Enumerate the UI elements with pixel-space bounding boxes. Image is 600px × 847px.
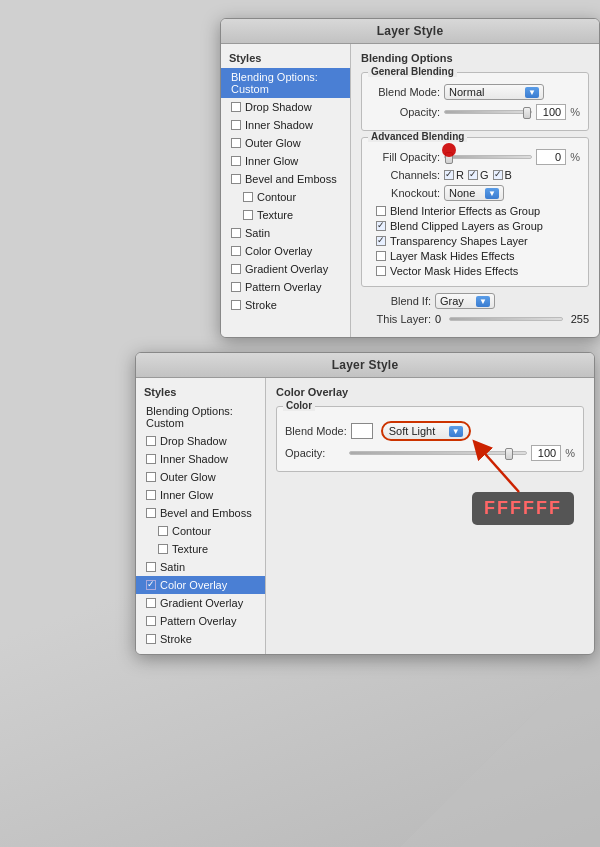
bottom-sidebar-inner-glow[interactable]: Inner Glow bbox=[136, 486, 265, 504]
opacity-value[interactable]: 100 bbox=[536, 104, 566, 120]
channel-r-label: R bbox=[456, 169, 464, 181]
vector-mask-hides-checkbox[interactable] bbox=[376, 266, 386, 276]
knockout-value: None bbox=[449, 187, 475, 199]
knockout-label: Knockout: bbox=[370, 187, 440, 199]
color-overlay-section-title: Color Overlay bbox=[276, 386, 584, 400]
bottom-sidebar-outer-glow[interactable]: Outer Glow bbox=[136, 468, 265, 486]
bottom-sidebar-inner-shadow[interactable]: Inner Shadow bbox=[136, 450, 265, 468]
sidebar-item-outer-glow[interactable]: Outer Glow bbox=[221, 134, 350, 152]
channel-g-check-icon: ✓ bbox=[469, 170, 477, 179]
b-gradient-overlay-checkbox[interactable] bbox=[146, 598, 156, 608]
bottom-sidebar-satin[interactable]: Satin bbox=[136, 558, 265, 576]
sidebar-item-stroke-top[interactable]: Stroke bbox=[221, 296, 350, 314]
b-gradient-overlay-label: Gradient Overlay bbox=[160, 597, 243, 609]
bottom-sidebar-bevel-emboss[interactable]: Bevel and Emboss bbox=[136, 504, 265, 522]
b-inner-glow-checkbox[interactable] bbox=[146, 490, 156, 500]
inner-shadow-checkbox[interactable] bbox=[231, 120, 241, 130]
sidebar-item-inner-shadow[interactable]: Inner Shadow bbox=[221, 116, 350, 134]
b-stroke-checkbox[interactable] bbox=[146, 634, 156, 644]
blend-interior-checkbox[interactable] bbox=[376, 206, 386, 216]
blend-mode-row: Blend Mode: Normal ▼ bbox=[370, 84, 580, 100]
sidebar-item-inner-glow[interactable]: Inner Glow bbox=[221, 152, 350, 170]
opacity-slider-thumb[interactable] bbox=[523, 107, 531, 119]
transparency-shapes-row: ✓ Transparency Shapes Layer bbox=[376, 235, 580, 247]
bottom-sidebar-drop-shadow[interactable]: Drop Shadow bbox=[136, 432, 265, 450]
channel-g-checkbox[interactable]: ✓ bbox=[468, 170, 478, 180]
top-sidebar-title: Styles bbox=[221, 50, 350, 68]
bottom-sidebar-gradient-overlay[interactable]: Gradient Overlay bbox=[136, 594, 265, 612]
bottom-sidebar-blending-options[interactable]: Blending Options: Custom bbox=[136, 402, 265, 432]
this-layer-min: 0 bbox=[435, 313, 441, 325]
b-texture-checkbox[interactable] bbox=[158, 544, 168, 554]
bottom-sidebar-pattern-overlay[interactable]: Pattern Overlay bbox=[136, 612, 265, 630]
top-main-content: Blending Options General Blending Blend … bbox=[351, 44, 599, 337]
sidebar-item-blending-options[interactable]: Blending Options: Custom bbox=[221, 68, 350, 98]
gradient-overlay-checkbox-top[interactable] bbox=[231, 264, 241, 274]
inner-glow-checkbox[interactable] bbox=[231, 156, 241, 166]
contour-checkbox[interactable] bbox=[243, 192, 253, 202]
outer-glow-checkbox[interactable] bbox=[231, 138, 241, 148]
bottom-sidebar-stroke[interactable]: Stroke bbox=[136, 630, 265, 648]
satin-checkbox[interactable] bbox=[231, 228, 241, 238]
b-color-overlay-checkbox[interactable]: ✓ bbox=[146, 580, 156, 590]
drop-shadow-checkbox[interactable] bbox=[231, 102, 241, 112]
sidebar-item-gradient-overlay-top[interactable]: Gradient Overlay bbox=[221, 260, 350, 278]
channel-b-group: ✓ B bbox=[493, 169, 512, 181]
b-bevel-emboss-checkbox[interactable] bbox=[146, 508, 156, 518]
layer-mask-hides-row: Layer Mask Hides Effects bbox=[376, 250, 580, 262]
transparency-check-icon: ✓ bbox=[377, 236, 385, 245]
annotation-wrapper: FFFFFF bbox=[276, 492, 584, 525]
blend-if-label: Blend If: bbox=[361, 295, 431, 307]
b-color-overlay-check-icon: ✓ bbox=[147, 580, 155, 589]
bottom-blending-options-label: Blending Options: Custom bbox=[146, 405, 257, 429]
bevel-emboss-checkbox[interactable] bbox=[231, 174, 241, 184]
b-pattern-overlay-checkbox[interactable] bbox=[146, 616, 156, 626]
texture-checkbox[interactable] bbox=[243, 210, 253, 220]
layer-mask-hides-checkbox[interactable] bbox=[376, 251, 386, 261]
color-overlay-checkbox-top[interactable] bbox=[231, 246, 241, 256]
pattern-overlay-checkbox-top[interactable] bbox=[231, 282, 241, 292]
this-layer-slider[interactable] bbox=[449, 317, 563, 321]
knockout-row: Knockout: None ▼ bbox=[370, 185, 580, 201]
sidebar-item-drop-shadow[interactable]: Drop Shadow bbox=[221, 98, 350, 116]
b-satin-checkbox[interactable] bbox=[146, 562, 156, 572]
co-blend-mode-select[interactable]: Soft Light ▼ bbox=[381, 421, 471, 441]
b-inner-shadow-checkbox[interactable] bbox=[146, 454, 156, 464]
bottom-sidebar-color-overlay[interactable]: ✓ Color Overlay bbox=[136, 576, 265, 594]
channel-r-group: ✓ R bbox=[444, 169, 464, 181]
b-drop-shadow-checkbox[interactable] bbox=[146, 436, 156, 446]
b-contour-checkbox[interactable] bbox=[158, 526, 168, 536]
bottom-sidebar-contour[interactable]: Contour bbox=[136, 522, 265, 540]
channel-r-checkbox[interactable]: ✓ bbox=[444, 170, 454, 180]
co-opacity-percent: % bbox=[565, 447, 575, 459]
blend-clipped-checkbox[interactable]: ✓ bbox=[376, 221, 386, 231]
co-color-swatch[interactable] bbox=[351, 423, 373, 439]
transparency-shapes-checkbox[interactable]: ✓ bbox=[376, 236, 386, 246]
sidebar-item-pattern-overlay-top[interactable]: Pattern Overlay bbox=[221, 278, 350, 296]
blend-if-select[interactable]: Gray ▼ bbox=[435, 293, 495, 309]
b-texture-label: Texture bbox=[172, 543, 208, 555]
top-panel-title: Layer Style bbox=[377, 24, 444, 38]
transparency-shapes-label: Transparency Shapes Layer bbox=[390, 235, 528, 247]
bottom-panel-title: Layer Style bbox=[332, 358, 399, 372]
this-layer-label: This Layer: bbox=[361, 313, 431, 325]
blend-if-arrow-icon: ▼ bbox=[476, 296, 490, 307]
fill-opacity-value[interactable]: 0 bbox=[536, 149, 566, 165]
sidebar-item-contour[interactable]: Contour bbox=[221, 188, 350, 206]
satin-label: Satin bbox=[245, 227, 270, 239]
inner-shadow-label: Inner Shadow bbox=[245, 119, 313, 131]
sidebar-item-bevel-emboss[interactable]: Bevel and Emboss bbox=[221, 170, 350, 188]
vector-mask-hides-row: Vector Mask Hides Effects bbox=[376, 265, 580, 277]
bottom-sidebar-texture[interactable]: Texture bbox=[136, 540, 265, 558]
sidebar-item-satin[interactable]: Satin bbox=[221, 224, 350, 242]
b-color-overlay-label: Color Overlay bbox=[160, 579, 227, 591]
knockout-select[interactable]: None ▼ bbox=[444, 185, 504, 201]
stroke-checkbox-top[interactable] bbox=[231, 300, 241, 310]
channel-b-checkbox[interactable]: ✓ bbox=[493, 170, 503, 180]
sidebar-item-texture[interactable]: Texture bbox=[221, 206, 350, 224]
sidebar-item-color-overlay-top[interactable]: Color Overlay bbox=[221, 242, 350, 260]
opacity-slider[interactable] bbox=[444, 110, 532, 114]
b-inner-shadow-label: Inner Shadow bbox=[160, 453, 228, 465]
blend-mode-select[interactable]: Normal ▼ bbox=[444, 84, 544, 100]
b-outer-glow-checkbox[interactable] bbox=[146, 472, 156, 482]
